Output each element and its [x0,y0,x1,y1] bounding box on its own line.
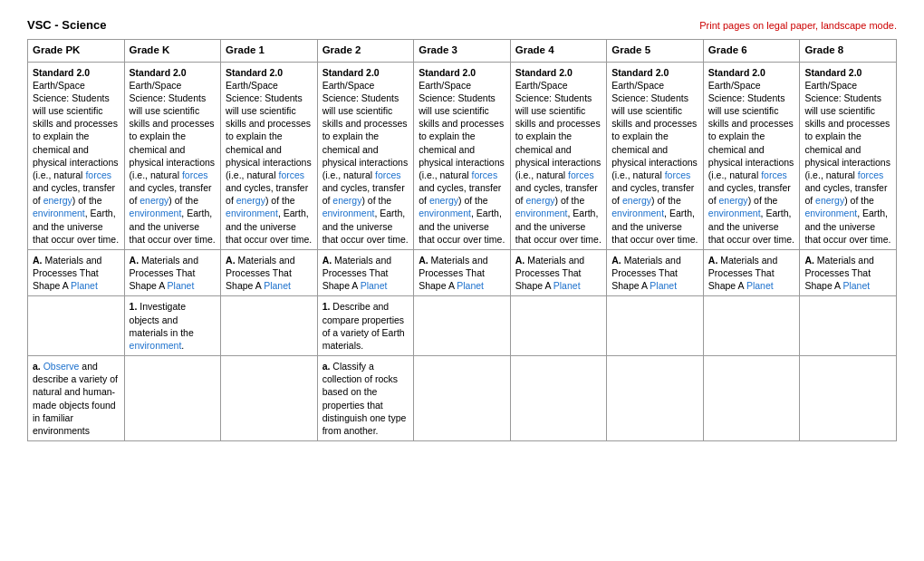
cell-3-standard: Standard 2.0 Earth/Space Science: Studen… [414,62,511,249]
cell-6-sub1 [703,296,800,356]
cell-5-section-a: A. Materials and Processes That Shape A … [607,249,704,296]
subsection-a-row: a. Observe and describe a variety of nat… [28,356,897,441]
cell-8-standard: Standard 2.0 Earth/Space Science: Studen… [800,62,897,249]
col-header-4: Grade 4 [510,40,607,63]
col-header-8: Grade 8 [800,40,897,63]
cell-pk-section-a: A. Materials and Processes That Shape A … [28,249,125,296]
cell-1-section-a: A. Materials and Processes That Shape A … [221,249,318,296]
standard-row: Standard 2.0 Earth/Space Science: Studen… [28,62,897,249]
cell-k-standard: Standard 2.0 Earth/Space Science: Studen… [124,62,221,249]
cell-4-standard: Standard 2.0 Earth/Space Science: Studen… [510,62,607,249]
cell-4-suba [510,356,607,441]
cell-4-sub1 [510,296,607,356]
col-header-6: Grade 6 [703,40,800,63]
cell-8-sub1 [800,296,897,356]
cell-3-section-a: A. Materials and Processes That Shape A … [414,249,511,296]
cell-2-section-a: A. Materials and Processes That Shape A … [317,249,414,296]
col-header-pk: Grade PK [28,40,125,63]
cell-pk-suba: a. Observe and describe a variety of nat… [28,356,125,441]
col-header-5: Grade 5 [607,40,704,63]
col-header-3: Grade 3 [414,40,511,63]
cell-8-section-a: A. Materials and Processes That Shape A … [800,249,897,296]
cell-k-suba [124,356,221,441]
cell-pk-standard: Standard 2.0 Earth/Space Science: Studen… [28,62,125,249]
cell-6-section-a: A. Materials and Processes That Shape A … [703,249,800,296]
col-header-2: Grade 2 [317,40,414,63]
cell-4-section-a: A. Materials and Processes That Shape A … [510,249,607,296]
page-title: VSC - Science [27,18,106,32]
cell-3-sub1 [414,296,511,356]
col-header-k: Grade K [124,40,221,63]
cell-1-suba [221,356,318,441]
cell-1-standard: Standard 2.0 Earth/Space Science: Studen… [221,62,318,249]
col-header-1: Grade 1 [221,40,318,63]
subsection-1-row: 1. Investigate objects and materials in … [28,296,897,356]
cell-1-sub1 [221,296,318,356]
cell-k-sub1: 1. Investigate objects and materials in … [124,296,221,356]
cell-5-suba [607,356,704,441]
cell-2-suba: a. Classify a collection of rocks based … [317,356,414,441]
cell-3-suba [414,356,511,441]
cell-6-suba [703,356,800,441]
print-note: Print pages on legal paper, landscape mo… [699,20,897,31]
cell-2-sub1: 1. Describe and compare properties of a … [317,296,414,356]
cell-2-standard: Standard 2.0 Earth/Space Science: Studen… [317,62,414,249]
cell-5-standard: Standard 2.0 Earth/Space Science: Studen… [607,62,704,249]
cell-6-standard: Standard 2.0 Earth/Space Science: Studen… [703,62,800,249]
cell-pk-sub1 [28,296,125,356]
cell-k-section-a: A. Materials and Processes That Shape A … [124,249,221,296]
section-a-row: A. Materials and Processes That Shape A … [28,249,897,296]
cell-8-suba [800,356,897,441]
cell-5-sub1 [607,296,704,356]
